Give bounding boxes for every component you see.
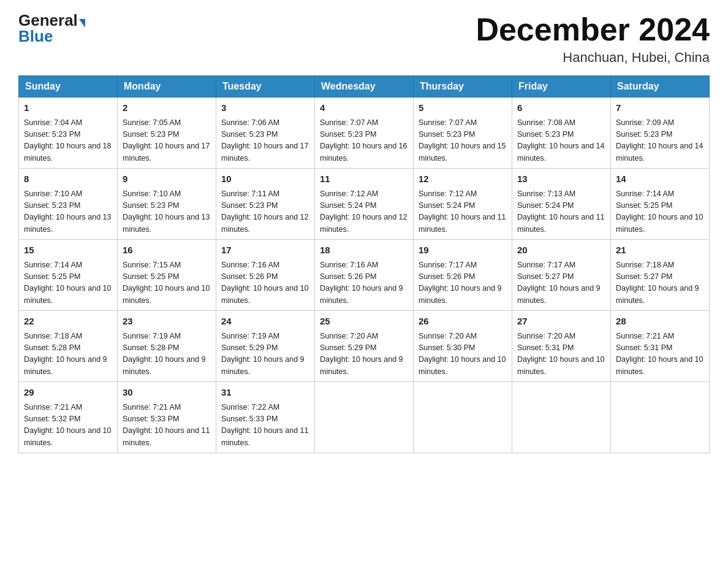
calendar-week-row: 29 Sunrise: 7:21 AM Sunset: 5:32 PM Dayl… — [19, 382, 710, 453]
day-number: 29 — [24, 386, 112, 400]
day-number: 25 — [320, 315, 408, 329]
location-title: Hanchuan, Hubei, China — [476, 50, 710, 66]
day-info: Sunrise: 7:14 AM Sunset: 5:25 PM Dayligh… — [616, 188, 704, 236]
day-number: 15 — [24, 243, 112, 258]
day-number: 22 — [24, 315, 112, 329]
day-number: 3 — [221, 101, 309, 115]
day-info: Sunrise: 7:18 AM Sunset: 5:27 PM Dayligh… — [616, 259, 704, 307]
day-number: 13 — [517, 172, 605, 186]
calendar-cell: 15 Sunrise: 7:14 AM Sunset: 5:25 PM Dayl… — [19, 240, 118, 311]
calendar-cell: 30 Sunrise: 7:21 AM Sunset: 5:33 PM Dayl… — [118, 382, 216, 453]
col-header-sunday: Sunday — [19, 76, 118, 98]
day-number: 16 — [123, 243, 211, 258]
day-info: Sunrise: 7:15 AM Sunset: 5:25 PM Dayligh… — [123, 259, 211, 307]
col-header-monday: Monday — [118, 76, 216, 98]
day-number: 7 — [616, 101, 704, 115]
calendar-cell: 7 Sunrise: 7:09 AM Sunset: 5:23 PM Dayli… — [611, 98, 710, 169]
day-number: 21 — [616, 243, 704, 258]
day-number: 26 — [419, 315, 507, 329]
col-header-friday: Friday — [512, 76, 611, 98]
day-number: 8 — [24, 172, 112, 186]
day-number: 20 — [517, 243, 605, 258]
day-info: Sunrise: 7:16 AM Sunset: 5:26 PM Dayligh… — [320, 259, 408, 307]
day-info: Sunrise: 7:12 AM Sunset: 5:24 PM Dayligh… — [320, 188, 408, 236]
day-number: 31 — [221, 386, 309, 400]
calendar-cell: 28 Sunrise: 7:21 AM Sunset: 5:31 PM Dayl… — [611, 311, 710, 382]
day-info: Sunrise: 7:21 AM Sunset: 5:32 PM Dayligh… — [24, 402, 112, 450]
calendar-cell: 8 Sunrise: 7:10 AM Sunset: 5:23 PM Dayli… — [19, 169, 118, 240]
calendar-cell: 14 Sunrise: 7:14 AM Sunset: 5:25 PM Dayl… — [611, 169, 710, 240]
calendar-header-row: SundayMondayTuesdayWednesdayThursdayFrid… — [19, 76, 710, 98]
calendar-cell: 24 Sunrise: 7:19 AM Sunset: 5:29 PM Dayl… — [216, 311, 315, 382]
calendar-cell: 27 Sunrise: 7:20 AM Sunset: 5:31 PM Dayl… — [512, 311, 611, 382]
day-info: Sunrise: 7:11 AM Sunset: 5:23 PM Dayligh… — [221, 188, 309, 236]
day-number: 18 — [320, 243, 408, 258]
month-title: December 2024 — [476, 12, 710, 47]
day-number: 11 — [320, 172, 408, 186]
calendar-cell: 19 Sunrise: 7:17 AM Sunset: 5:26 PM Dayl… — [414, 240, 512, 311]
day-number: 19 — [419, 243, 507, 258]
day-number: 10 — [221, 172, 309, 186]
day-info: Sunrise: 7:07 AM Sunset: 5:23 PM Dayligh… — [419, 117, 507, 165]
day-info: Sunrise: 7:20 AM Sunset: 5:31 PM Dayligh… — [517, 331, 605, 378]
day-info: Sunrise: 7:04 AM Sunset: 5:23 PM Dayligh… — [24, 117, 112, 165]
calendar-table: SundayMondayTuesdayWednesdayThursdayFrid… — [18, 75, 710, 453]
calendar-cell — [611, 382, 710, 453]
day-info: Sunrise: 7:20 AM Sunset: 5:30 PM Dayligh… — [419, 331, 507, 378]
day-info: Sunrise: 7:10 AM Sunset: 5:23 PM Dayligh… — [123, 188, 211, 236]
day-info: Sunrise: 7:13 AM Sunset: 5:24 PM Dayligh… — [517, 188, 605, 236]
calendar-cell: 22 Sunrise: 7:18 AM Sunset: 5:28 PM Dayl… — [19, 311, 118, 382]
day-info: Sunrise: 7:17 AM Sunset: 5:27 PM Dayligh… — [517, 259, 605, 307]
calendar-week-row: 8 Sunrise: 7:10 AM Sunset: 5:23 PM Dayli… — [19, 169, 710, 240]
calendar-cell: 10 Sunrise: 7:11 AM Sunset: 5:23 PM Dayl… — [216, 169, 315, 240]
calendar-cell: 29 Sunrise: 7:21 AM Sunset: 5:32 PM Dayl… — [19, 382, 118, 453]
day-info: Sunrise: 7:07 AM Sunset: 5:23 PM Dayligh… — [320, 117, 408, 165]
day-info: Sunrise: 7:22 AM Sunset: 5:33 PM Dayligh… — [221, 402, 309, 450]
calendar-cell — [414, 382, 512, 453]
day-number: 1 — [24, 101, 112, 115]
day-info: Sunrise: 7:19 AM Sunset: 5:29 PM Dayligh… — [221, 331, 309, 378]
calendar-week-row: 1 Sunrise: 7:04 AM Sunset: 5:23 PM Dayli… — [19, 98, 710, 169]
calendar-week-row: 15 Sunrise: 7:14 AM Sunset: 5:25 PM Dayl… — [19, 240, 710, 311]
title-section: December 2024 Hanchuan, Hubei, China — [476, 12, 710, 66]
day-info: Sunrise: 7:09 AM Sunset: 5:23 PM Dayligh… — [616, 117, 704, 165]
day-info: Sunrise: 7:14 AM Sunset: 5:25 PM Dayligh… — [24, 259, 112, 307]
logo-general-text: General — [18, 12, 78, 28]
calendar-cell: 17 Sunrise: 7:16 AM Sunset: 5:26 PM Dayl… — [216, 240, 315, 311]
col-header-thursday: Thursday — [414, 76, 512, 98]
day-info: Sunrise: 7:19 AM Sunset: 5:28 PM Dayligh… — [123, 331, 211, 378]
calendar-cell — [315, 382, 414, 453]
calendar-cell: 1 Sunrise: 7:04 AM Sunset: 5:23 PM Dayli… — [19, 98, 118, 169]
day-number: 4 — [320, 101, 408, 115]
calendar-cell: 26 Sunrise: 7:20 AM Sunset: 5:30 PM Dayl… — [414, 311, 512, 382]
day-number: 24 — [221, 315, 309, 329]
day-number: 6 — [517, 101, 605, 115]
day-info: Sunrise: 7:21 AM Sunset: 5:33 PM Dayligh… — [123, 402, 211, 450]
calendar-cell: 5 Sunrise: 7:07 AM Sunset: 5:23 PM Dayli… — [414, 98, 512, 169]
day-number: 27 — [517, 315, 605, 329]
day-number: 28 — [616, 315, 704, 329]
calendar-cell: 4 Sunrise: 7:07 AM Sunset: 5:23 PM Dayli… — [315, 98, 414, 169]
calendar-cell: 18 Sunrise: 7:16 AM Sunset: 5:26 PM Dayl… — [315, 240, 414, 311]
col-header-wednesday: Wednesday — [315, 76, 414, 98]
calendar-cell: 20 Sunrise: 7:17 AM Sunset: 5:27 PM Dayl… — [512, 240, 611, 311]
calendar-cell — [512, 382, 611, 453]
logo: General Blue — [18, 12, 85, 44]
calendar-cell: 25 Sunrise: 7:20 AM Sunset: 5:29 PM Dayl… — [315, 311, 414, 382]
page-header: General Blue December 2024 Hanchuan, Hub… — [18, 12, 710, 66]
day-info: Sunrise: 7:08 AM Sunset: 5:23 PM Dayligh… — [517, 117, 605, 165]
day-number: 12 — [419, 172, 507, 186]
day-info: Sunrise: 7:12 AM Sunset: 5:24 PM Dayligh… — [419, 188, 507, 236]
logo-blue-text: Blue — [18, 28, 53, 44]
calendar-cell: 11 Sunrise: 7:12 AM Sunset: 5:24 PM Dayl… — [315, 169, 414, 240]
day-number: 23 — [123, 315, 211, 329]
day-number: 5 — [419, 101, 507, 115]
day-number: 14 — [616, 172, 704, 186]
day-number: 30 — [123, 386, 211, 400]
day-info: Sunrise: 7:06 AM Sunset: 5:23 PM Dayligh… — [221, 117, 309, 165]
calendar-cell: 21 Sunrise: 7:18 AM Sunset: 5:27 PM Dayl… — [611, 240, 710, 311]
calendar-cell: 2 Sunrise: 7:05 AM Sunset: 5:23 PM Dayli… — [118, 98, 216, 169]
calendar-cell: 9 Sunrise: 7:10 AM Sunset: 5:23 PM Dayli… — [118, 169, 216, 240]
calendar-cell: 31 Sunrise: 7:22 AM Sunset: 5:33 PM Dayl… — [216, 382, 315, 453]
day-info: Sunrise: 7:20 AM Sunset: 5:29 PM Dayligh… — [320, 331, 408, 378]
